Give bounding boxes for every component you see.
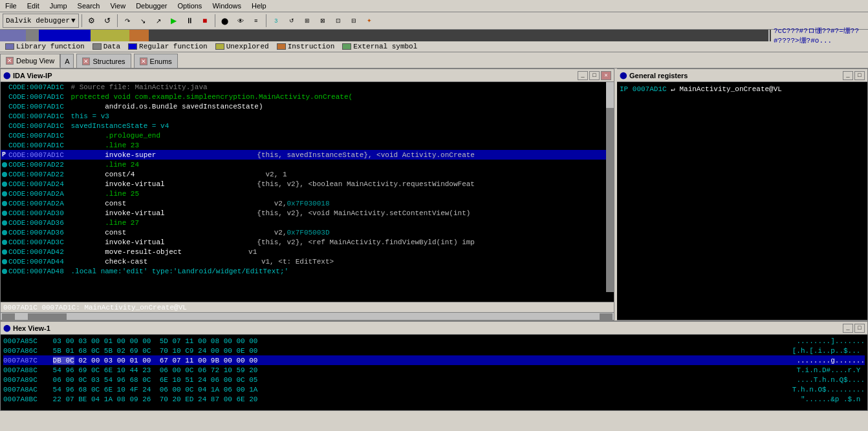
- tab-enums-close[interactable]: ✕: [140, 58, 147, 65]
- legend-bar: Library function Data Regular function U…: [0, 41, 868, 52]
- toolbar-step-out-btn[interactable]: ↗: [151, 14, 166, 28]
- reg-minimize-btn[interactable]: _: [843, 71, 853, 80]
- legend-regular: Regular function: [128, 43, 208, 50]
- code-line-7: CODE:0007AD1C .line 23: [1, 140, 606, 150]
- toolbar-settings-btn[interactable]: ⚙: [85, 14, 99, 28]
- reg-panel: ⬤ General registers _ □ IP 0007AD1C ↵ Ma…: [617, 68, 868, 321]
- toolbar-refresh-btn[interactable]: ↺: [100, 14, 114, 28]
- ida-scrollbar-thumb[interactable]: [606, 82, 614, 108]
- reg-area: IP 0007AD1C ↵ MainActivity_onCreate@VL: [617, 82, 867, 320]
- ida-minimize-btn[interactable]: _: [578, 71, 588, 80]
- toolbar-d1-btn[interactable]: ⊡: [331, 14, 345, 28]
- tab-structures-label: Structures: [92, 58, 125, 65]
- toolbar-stop-btn[interactable]: ■: [198, 14, 212, 28]
- legend-library: Library function: [5, 43, 85, 50]
- hscroll-thumb[interactable]: [28, 313, 67, 320]
- toolbar-separator-1: [81, 14, 82, 27]
- reg-panel-controls: _ □: [843, 71, 865, 80]
- tab-structures-close[interactable]: ✕: [82, 58, 90, 65]
- menu-search[interactable]: Search: [75, 1, 103, 10]
- hscroll-left-btn[interactable]: [2, 313, 15, 320]
- tab-debug-view-close[interactable]: ✕: [6, 57, 14, 65]
- toolbar-separator-4: [266, 14, 266, 27]
- ida-code-area[interactable]: CODE:0007AD1C # Source file: MainActivit…: [1, 82, 614, 292]
- code-line-19: CODE:0007AD44 check-cast v1, <t: EditTex…: [1, 257, 606, 266]
- code-line-selected: P CODE:0007AD1C invoke-super {this, save…: [1, 150, 606, 160]
- toolbar-graph-btn[interactable]: ⊞: [300, 14, 314, 28]
- reg-panel-title: General registers: [629, 72, 688, 79]
- hex-line-3-selected: 0007A87C DB 0C 02 00 03 00 01 00 67 07 1…: [3, 355, 865, 365]
- code-line-1: CODE:0007AD1C # Source file: MainActivit…: [1, 82, 606, 92]
- legend-instruction-color: [277, 43, 286, 50]
- legend-data-color: [92, 43, 102, 50]
- toolbar-stack-btn[interactable]: ≡: [249, 14, 263, 28]
- hex-minimize-btn[interactable]: _: [843, 324, 853, 333]
- menu-jump[interactable]: Jump: [47, 1, 70, 10]
- toolbar-step-over-btn[interactable]: ↷: [120, 14, 135, 28]
- toolbar-text-btn[interactable]: ⊠: [316, 14, 330, 28]
- legend-instruction-label: Instruction: [288, 43, 335, 50]
- toolbar-watch-btn[interactable]: 👁: [233, 14, 248, 28]
- code-line-4: CODE:0007AD1C this = v3: [1, 111, 606, 121]
- code-line-16: CODE:0007AD36 const v2, 0x7F05003D: [1, 227, 606, 237]
- legend-data-label: Data: [103, 43, 120, 50]
- code-line-3: CODE:0007AD1C android.os.Bundle savedIns…: [1, 101, 606, 111]
- code-line-5: CODE:0007AD1C savedInstanceState = v4: [1, 121, 606, 131]
- tab-enums-label: Enums: [150, 58, 172, 65]
- legend-data: Data: [92, 43, 120, 50]
- code-line-12: CODE:0007AD2A .line 25: [1, 189, 606, 198]
- toolbar-misc-btn[interactable]: ✦: [362, 14, 376, 28]
- code-line-13: CODE:0007AD2A const v2, 0x7F030018: [1, 198, 606, 208]
- dropdown-arrow-icon: ▼: [71, 17, 76, 25]
- hscroll-right-btn[interactable]: [600, 313, 613, 320]
- hex-panel-title: Hex View-1: [13, 324, 50, 332]
- addr-seg-library: [0, 30, 26, 41]
- debugger-dropdown[interactable]: Dalvik debugger ▼: [3, 14, 79, 28]
- menu-windows[interactable]: Windows: [210, 1, 244, 10]
- tab-enums[interactable]: ✕ Enums: [134, 54, 178, 68]
- tab-debug-view-label: Debug View: [16, 57, 54, 65]
- addr-bar-marker: [768, 30, 770, 41]
- tab-structures[interactable]: ✕ Structures: [76, 54, 131, 68]
- toolbar-disasm-btn[interactable]: ↺: [285, 14, 299, 28]
- menu-help[interactable]: Help: [249, 1, 269, 10]
- toolbar: Dalvik debugger ▼ ⚙ ↺ ↷ ↘ ↗ ▶ ⏸ ■ ⬤ 👁 ≡ …: [0, 12, 868, 30]
- tab-a[interactable]: A: [60, 54, 74, 68]
- reg-ip-line: IP 0007AD1C ↵ MainActivity_onCreate@VL: [620, 85, 865, 94]
- ida-status-text: 0007AD1C 0007AD1C: MainActivity_onCreate…: [3, 304, 187, 311]
- legend-unexplored-color: [215, 43, 224, 50]
- ida-maximize-btn[interactable]: □: [589, 71, 600, 80]
- menu-file[interactable]: File: [3, 1, 19, 10]
- menubar: File Edit Jump Search View Debugger Opti…: [0, 0, 868, 12]
- hex-area[interactable]: 0007A85C 03 00 03 00 01 00 00 00 5D 07 1…: [1, 335, 867, 410]
- hex-panel: ⬤ Hex View-1 _ □ 0007A85C 03 00 03 00 01…: [0, 321, 868, 411]
- addr-bar-text: ?cC???#?ロ绷??#?=绷??#????>绷?#ο...: [774, 26, 865, 45]
- tab-debug-view[interactable]: ✕ Debug View: [0, 54, 60, 68]
- toolbar-hex-btn[interactable]: 3: [269, 14, 283, 28]
- toolbar-separator-2: [117, 14, 118, 27]
- addr-seg-empty: [149, 30, 868, 41]
- toolbar-step-in-btn[interactable]: ↘: [136, 14, 150, 28]
- ida-hscroll[interactable]: [1, 312, 614, 320]
- menu-debugger[interactable]: Debugger: [133, 1, 169, 10]
- ida-scrollbar-v[interactable]: [606, 82, 614, 292]
- reg-ip-name: MainActivity_onCreate@VL: [679, 85, 781, 93]
- menu-options[interactable]: Options: [175, 1, 204, 10]
- toolbar-pause-btn[interactable]: ⏸: [182, 14, 197, 28]
- toolbar-run-btn[interactable]: ▶: [167, 14, 181, 28]
- menu-edit[interactable]: Edit: [25, 1, 42, 10]
- reg-maximize-btn[interactable]: □: [854, 71, 865, 80]
- ida-status-bar: 0007AD1C 0007AD1C: MainActivity_onCreate…: [1, 302, 614, 312]
- ida-close-btn[interactable]: ✕: [601, 71, 611, 80]
- toolbar-bp-btn[interactable]: ⬤: [218, 14, 232, 28]
- menu-view[interactable]: View: [107, 1, 128, 10]
- hex-titlebar: ⬤ Hex View-1 _ □: [1, 322, 867, 335]
- legend-external-label: External symbol: [353, 43, 417, 50]
- addr-seg-unexplored: [91, 30, 129, 41]
- toolbar-d2-btn[interactable]: ⊟: [347, 14, 361, 28]
- toolbar-separator-3: [215, 14, 215, 27]
- ida-panel-title: IDA View-IP: [13, 72, 52, 79]
- code-line-20: CODE:0007AD48 .local name:'edit' type:'L…: [1, 266, 606, 276]
- hex-maximize-btn[interactable]: □: [854, 324, 865, 333]
- ida-panel-icon: ⬤: [3, 72, 10, 79]
